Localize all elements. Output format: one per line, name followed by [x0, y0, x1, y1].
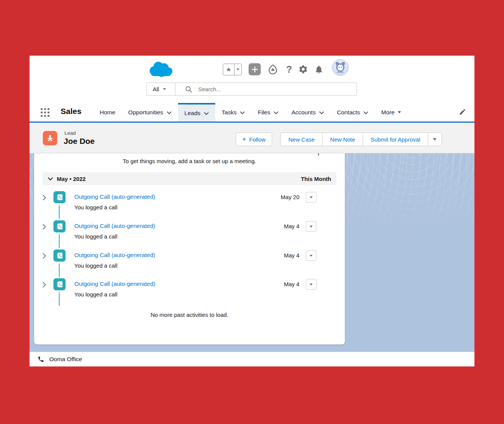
- timeline-connector: [59, 234, 60, 248]
- tab-files[interactable]: Files: [251, 103, 285, 122]
- timeline-end-message: No more past activities to load.: [34, 312, 345, 318]
- activity-subtitle: You logged a call: [74, 262, 117, 269]
- chevron-down-icon: [48, 177, 53, 181]
- search-scope-dropdown[interactable]: All: [147, 83, 175, 95]
- gear-icon: [298, 64, 308, 74]
- activity-title-link[interactable]: Outgoing Call (auto-generated): [74, 223, 155, 229]
- favorites-control: ★: [223, 64, 242, 75]
- log-a-call-icon: [53, 249, 66, 262]
- main-content-area: To get things moving, add a task or set …: [30, 153, 474, 352]
- activity-subtitle: You logged a call: [74, 291, 117, 298]
- chevron-down-icon: [274, 111, 279, 114]
- chevron-down-icon: [363, 111, 368, 114]
- tab-contacts[interactable]: Contacts: [330, 103, 375, 122]
- caret-down-icon: [236, 69, 239, 70]
- bell-icon: [314, 65, 324, 74]
- tab-label: Contacts: [337, 109, 360, 116]
- new-note-button[interactable]: New Note: [322, 132, 363, 146]
- timeline-month-header[interactable]: May • 2022 This Month: [42, 172, 337, 185]
- add-button[interactable]: [249, 63, 261, 75]
- more-actions-button[interactable]: [428, 132, 442, 146]
- tab-label: Files: [258, 109, 270, 116]
- timeline-item: Outgoing Call (auto-generated) You logge…: [34, 278, 345, 305]
- caret-down-icon: [398, 111, 401, 113]
- guidance-center-button[interactable]: [267, 63, 279, 75]
- utility-bar: Ooma Office: [30, 352, 474, 366]
- entity-type-label: Lead: [64, 130, 76, 136]
- row-actions-button[interactable]: [306, 221, 316, 232]
- activity-subtitle: You logged a call: [74, 233, 117, 240]
- setup-button[interactable]: [297, 63, 309, 75]
- activity-date: May 20: [281, 194, 299, 200]
- tab-label: Accounts: [291, 109, 316, 116]
- lead-entity-icon: [43, 131, 57, 145]
- activity-date: May 4: [284, 223, 299, 229]
- salesforce-logo: [147, 59, 174, 79]
- activity-timeline-card: To get things moving, add a task or set …: [34, 153, 345, 344]
- range-label: This Month: [301, 176, 331, 182]
- tab-leads[interactable]: Leads: [178, 103, 215, 122]
- timeline-connector: [59, 263, 60, 277]
- plus-icon: +: [242, 136, 246, 143]
- tab-more[interactable]: More: [375, 103, 407, 122]
- timeline-connector: [59, 292, 60, 306]
- row-actions-button[interactable]: [306, 192, 316, 203]
- activity-date: May 4: [284, 252, 299, 259]
- astro-avatar-icon: [333, 60, 347, 75]
- tab-tasks[interactable]: Tasks: [215, 103, 252, 122]
- app-nav-bar: Sales Home Opportunities Leads Tasks: [30, 103, 474, 123]
- new-case-button[interactable]: New Case: [280, 132, 322, 146]
- notifications-button[interactable]: [313, 63, 325, 75]
- tab-label: Opportunities: [128, 109, 163, 116]
- caret-down-icon: [310, 255, 313, 257]
- record-header: Lead Joe Doe + Follow New Case New Note …: [30, 123, 474, 153]
- user-avatar[interactable]: [332, 59, 349, 76]
- tab-opportunities[interactable]: Opportunities: [122, 103, 178, 122]
- app-launcher-icon[interactable]: [40, 107, 50, 118]
- submit-for-approval-button[interactable]: Submit for Approval: [363, 132, 428, 146]
- month-group-label: May • 2022: [57, 176, 86, 182]
- favorites-dropdown-button[interactable]: [235, 64, 241, 75]
- tab-label: Leads: [185, 110, 200, 117]
- tab-accounts[interactable]: Accounts: [285, 103, 330, 122]
- tab-label: Tasks: [222, 109, 237, 116]
- chevron-down-icon: [204, 112, 209, 115]
- search-icon: [185, 86, 192, 93]
- activity-title-link[interactable]: Outgoing Call (auto-generated): [74, 281, 155, 287]
- follow-button[interactable]: + Follow: [236, 132, 272, 146]
- activity-date: May 4: [284, 281, 299, 287]
- plus-icon: [252, 66, 258, 73]
- global-search: All: [146, 83, 357, 96]
- pencil-icon: [459, 108, 466, 115]
- timeline-item: Outgoing Call (auto-generated) You logge…: [34, 220, 345, 247]
- help-button[interactable]: ?: [283, 63, 295, 75]
- chevron-down-icon: [240, 111, 245, 114]
- expand-chevron-button[interactable]: [42, 253, 46, 259]
- row-actions-button[interactable]: [306, 279, 316, 290]
- record-action-group: New Case New Note Submit for Approval: [280, 132, 442, 146]
- activity-subtitle: You logged a call: [74, 204, 117, 210]
- favorites-star-icon[interactable]: ★: [223, 64, 235, 75]
- question-mark-icon: ?: [286, 64, 292, 75]
- tab-label: Home: [100, 109, 115, 116]
- activity-title-link[interactable]: Outgoing Call (auto-generated): [74, 252, 155, 259]
- edit-nav-button[interactable]: [459, 108, 466, 117]
- activity-title-link[interactable]: Outgoing Call (auto-generated): [74, 193, 155, 200]
- utility-item-ooma-office[interactable]: Ooma Office: [49, 356, 82, 363]
- expand-chevron-button[interactable]: [42, 224, 46, 230]
- caret-down-icon: [310, 196, 313, 198]
- log-a-call-icon: [53, 191, 66, 203]
- row-actions-button[interactable]: [306, 250, 316, 261]
- tab-home[interactable]: Home: [93, 103, 122, 122]
- timeline-item: Outgoing Call (auto-generated) You logge…: [34, 249, 345, 276]
- log-a-call-icon: [53, 220, 66, 232]
- expand-chevron-button[interactable]: [42, 195, 46, 201]
- log-a-call-icon: [53, 278, 66, 290]
- tab-label: More: [381, 109, 394, 116]
- timeline-prompt: To get things moving, add a task or set …: [34, 158, 345, 164]
- search-input[interactable]: [192, 86, 357, 92]
- expand-chevron-button[interactable]: [42, 282, 46, 288]
- global-header: ★ ?: [30, 56, 474, 103]
- caret-down-icon: [310, 226, 313, 228]
- nav-tabs: Home Opportunities Leads Tasks: [93, 103, 407, 122]
